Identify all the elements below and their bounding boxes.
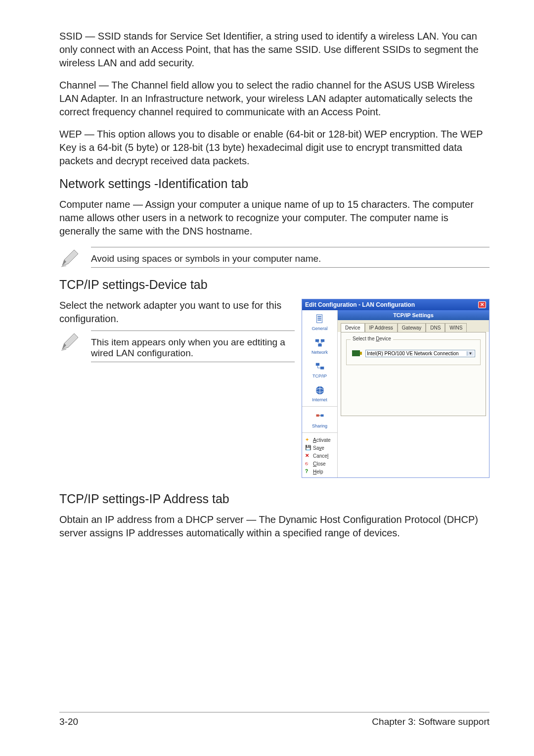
svg-rect-2 [317,318,321,319]
document-icon [313,313,326,325]
action-cancel[interactable]: ✕ Cancel [305,452,334,460]
tab-device[interactable]: Device [341,323,365,332]
svg-rect-10 [320,367,323,370]
para-ssid: SSID — SSID stands for Service Set Ident… [59,30,490,70]
svg-rect-5 [320,339,324,342]
close-icon: ⎋ [305,461,311,467]
sidebar-item-network[interactable]: Network [302,334,337,358]
sidebar-item-internet[interactable]: Internet [302,381,337,405]
action-label: Save [313,445,324,451]
edit-configuration-dialog: Edit Configuration - LAN Configuration ✕… [302,299,490,478]
note-block: Avoid using spaces or symbols in your co… [59,247,490,269]
action-save[interactable]: 💾 Save [305,444,334,452]
sidebar-label: TCP/IP [312,374,327,378]
para-wep: WEP — This option allows you to disable … [59,128,490,168]
action-label: Cancel [313,453,328,459]
sidebar-label: General [312,326,327,331]
device-selected-value: Intel(R) PRO/100 VE Network Connection [367,351,459,356]
tab-gateway[interactable]: Gateway [398,323,426,332]
heading-network-identification: Network settings -Identification tab [59,177,490,191]
note-text-2: This item appears only when you are edti… [91,334,295,362]
svg-rect-16 [352,350,360,356]
nic-icon [352,349,362,358]
page-number: 3-20 [59,716,78,727]
sidebar-label: Network [312,350,328,355]
dialog-title-text: Edit Configuration - LAN Configuration [305,301,415,308]
panel-header: TCP/IP Settings [338,310,489,320]
tab-dns[interactable]: DNS [426,323,445,332]
sidebar-item-sharing[interactable]: Sharing [302,408,337,431]
action-activate[interactable]: ✦ Activate [305,436,334,444]
note-text: Avoid using spaces or symbols in your co… [91,250,490,268]
pencil-icon [59,247,81,269]
close-button[interactable]: ✕ [478,301,486,308]
page-footer: 3-20 Chapter 3: Software support [59,712,490,727]
dialog-titlebar: Edit Configuration - LAN Configuration ✕ [302,299,489,310]
fieldset-legend: Select the Device [351,336,393,341]
chapter-label: Chapter 3: Software support [372,716,490,727]
svg-rect-15 [320,415,323,417]
action-close[interactable]: ⎋ Close [305,460,334,468]
activate-icon: ✦ [305,437,311,443]
note-block-2: This item appears only when you are edti… [59,331,295,362]
para-dhcp: Obtain an IP address from a DHCP server … [59,513,490,540]
para-channel: Channel — The Channel field allow you to… [59,79,490,119]
svg-rect-4 [315,339,318,342]
svg-rect-14 [316,415,319,417]
svg-line-7 [317,342,320,344]
sidebar-item-tcpip[interactable]: TCP/IP [302,358,337,381]
heading-tcpip-device: TCP/IP settings-Device tab [59,278,490,292]
tab-ip-address[interactable]: IP Address [365,323,398,332]
tabs-row: Device IP Address Gateway DNS WINS [338,320,489,332]
pencil-icon [59,331,81,352]
network-icon [313,337,326,349]
save-icon: 💾 [305,445,311,451]
device-dropdown[interactable]: Intel(R) PRO/100 VE Network Connection ▼ [365,350,475,357]
tab-wins[interactable]: WINS [445,323,467,332]
tab-content: Select the Device Intel(R) PRO/100 VE Ne… [341,332,486,416]
action-label: Close [313,461,326,467]
svg-rect-3 [317,320,321,321]
tcpip-icon [313,361,326,373]
chevron-down-icon: ▼ [467,351,474,356]
para-select-adapter: Select the network adapter you want to u… [59,299,295,326]
help-icon: ? [305,469,311,474]
svg-rect-6 [318,344,321,347]
cancel-icon: ✕ [305,453,311,459]
sharing-icon [313,411,326,423]
internet-icon [313,384,326,396]
sidebar-item-general[interactable]: General [302,310,337,334]
svg-rect-9 [315,363,319,366]
svg-line-8 [320,342,323,344]
action-help[interactable]: ? Help [305,468,334,475]
svg-rect-17 [360,352,362,355]
heading-tcpip-ipaddress: TCP/IP settings-IP Address tab [59,492,490,506]
sidebar-label: Internet [312,397,327,402]
select-device-fieldset: Select the Device Intel(R) PRO/100 VE Ne… [346,339,481,365]
svg-rect-1 [317,316,321,317]
sidebar-label: Sharing [312,424,327,428]
action-label: Help [313,469,323,474]
dialog-sidebar: General Network TCP/IP [302,310,338,477]
action-label: Activate [313,437,331,443]
para-computer-name: Computer name — Assign your computer a u… [59,198,490,238]
